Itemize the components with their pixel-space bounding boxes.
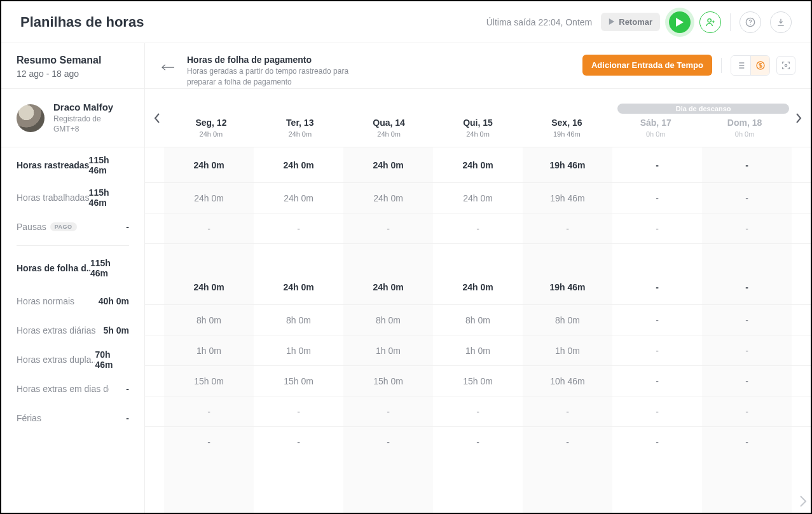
day-label: Dom, 18 [700, 118, 789, 128]
grid-cell: 8h 0m [433, 315, 523, 325]
grid-cell: 15h 0m [164, 376, 254, 386]
prev-week-button[interactable] [148, 113, 167, 123]
side-value: 115h 46m [90, 258, 129, 278]
side-value: 115h 46m [89, 187, 129, 208]
grid-cell: 10h 46m [523, 376, 612, 386]
help-button[interactable] [740, 11, 761, 33]
chevron-right-icon [799, 496, 807, 507]
grid-cell: - [612, 437, 702, 447]
grid-cell: - [164, 437, 254, 447]
grid-cell: 8h 0m [254, 315, 343, 325]
grid-cell: - [612, 282, 702, 292]
grid-cell: - [612, 346, 702, 356]
grid-cell: - [433, 224, 523, 234]
view-list-button[interactable] [731, 56, 750, 75]
grid-row: 1h 0m1h 0m1h 0m1h 0m1h 0m-- [145, 335, 811, 366]
side-value: - [126, 222, 129, 232]
grid-cell: - [612, 376, 702, 386]
focus-button[interactable] [776, 56, 795, 75]
svg-point-4 [785, 64, 787, 66]
grid-cell: - [612, 193, 702, 203]
panel-title: Horas de folha de pagamento [187, 55, 571, 65]
arrow-left-icon [162, 64, 174, 71]
grid-cell: - [343, 437, 433, 447]
page-title: Planilhas de horas [20, 14, 144, 30]
sidebar-summary: Resumo Semanal 12 ago - 18 ago [1, 43, 144, 89]
add-user-button[interactable] [699, 11, 721, 33]
grid-row: ------- [145, 427, 811, 457]
play-button[interactable] [669, 11, 691, 33]
day-total: 0h 0m [700, 130, 789, 138]
day-column[interactable]: Dia de descansoSáb, 170h 0m [611, 98, 700, 138]
day-column[interactable]: Qua, 1424h 0m [345, 98, 434, 138]
day-column[interactable]: Ter, 1324h 0m [256, 98, 345, 138]
side-label: Horas rastreadas [17, 160, 89, 170]
grid-rows: 24h 0m24h 0m24h 0m24h 0m19h 46m--24h 0m2… [145, 147, 811, 513]
grid-cell: 24h 0m [343, 193, 433, 203]
back-button[interactable] [160, 60, 175, 75]
grid-cell: - [702, 282, 792, 292]
grid-cell: 24h 0m [343, 160, 433, 170]
header-actions: Última saída 22:04, Ontem Retomar [486, 11, 792, 33]
grid-cell: - [702, 346, 792, 356]
grid-cell: - [612, 160, 702, 170]
grid-cell: 24h 0m [164, 193, 254, 203]
grid-cell: - [702, 437, 792, 447]
day-label: Seg, 12 [167, 118, 256, 128]
side-row: Horas de folha d... 115h 46m [1, 250, 144, 287]
grid-cell: 24h 0m [254, 160, 343, 170]
grid-cell: - [702, 315, 792, 325]
next-week-button[interactable] [789, 113, 808, 123]
grid-cell: 1h 0m [164, 346, 254, 356]
svg-point-2 [750, 24, 750, 24]
grid-cell: 24h 0m [433, 193, 523, 203]
grid-cell: - [164, 407, 254, 417]
sidebar-rows: Horas rastreadas 115h 46m Horas trabalha… [1, 147, 144, 513]
grid-cell: 19h 46m [523, 160, 612, 170]
grid-cell: - [343, 407, 433, 417]
side-label: Horas extras em dias de de... [17, 384, 109, 394]
user-subtitle: Registrado de GMT+8 [53, 114, 113, 134]
grid-row: 24h 0m24h 0m24h 0m24h 0m19h 46m-- [145, 269, 811, 305]
day-total: 24h 0m [167, 130, 256, 138]
side-label: Pausas PAGO [17, 222, 77, 232]
side-row: Horas rastreadas 115h 46m [1, 147, 144, 183]
grid-cell: - [433, 437, 523, 447]
day-total: 24h 0m [434, 130, 523, 138]
view-money-button[interactable] [750, 56, 769, 75]
grid-cell: 1h 0m [343, 346, 433, 356]
chevron-right-icon [795, 113, 802, 123]
grid-cell: - [612, 407, 702, 417]
grid-cell: - [612, 315, 702, 325]
grid-next-button[interactable] [799, 496, 807, 509]
day-column[interactable]: Seg, 1224h 0m [167, 98, 256, 138]
side-label: Horas de folha d... [17, 263, 90, 273]
download-button[interactable] [770, 11, 792, 33]
separator [730, 13, 731, 31]
resume-button[interactable]: Retomar [601, 13, 660, 31]
side-value: - [126, 413, 129, 423]
day-column[interactable]: Sex, 1619h 46m [522, 98, 611, 138]
chevron-left-icon [154, 113, 160, 123]
view-mode-segment [731, 55, 770, 76]
side-row: Horas extras dupla... 70h 46m [1, 345, 144, 374]
grid-cell: - [702, 376, 792, 386]
day-label: Qua, 14 [345, 118, 434, 128]
grid-cell: 19h 46m [523, 193, 612, 203]
user-block[interactable]: Draco Malfoy Registrado de GMT+8 [1, 89, 144, 147]
side-value: 5h 0m [104, 325, 129, 335]
grid-cell: 24h 0m [343, 282, 433, 292]
grid-cell: 19h 46m [523, 282, 612, 292]
day-column[interactable]: Qui, 1524h 0m [434, 98, 523, 138]
grid-cell: 1h 0m [254, 346, 343, 356]
grid-cell: 24h 0m [164, 160, 254, 170]
grid-cell: - [254, 437, 343, 447]
focus-icon [781, 60, 791, 71]
main-panel: Horas de folha de pagamento Horas gerada… [145, 43, 811, 513]
summary-range: 12 ago - 18 ago [17, 69, 135, 79]
side-value: 70h 46m [95, 349, 129, 370]
dollar-icon [755, 60, 766, 71]
add-time-entry-button[interactable]: Adicionar Entrada de Tempo [582, 55, 712, 76]
day-total: 0h 0m [611, 130, 700, 138]
day-column[interactable]: Dom, 180h 0m [700, 98, 789, 138]
